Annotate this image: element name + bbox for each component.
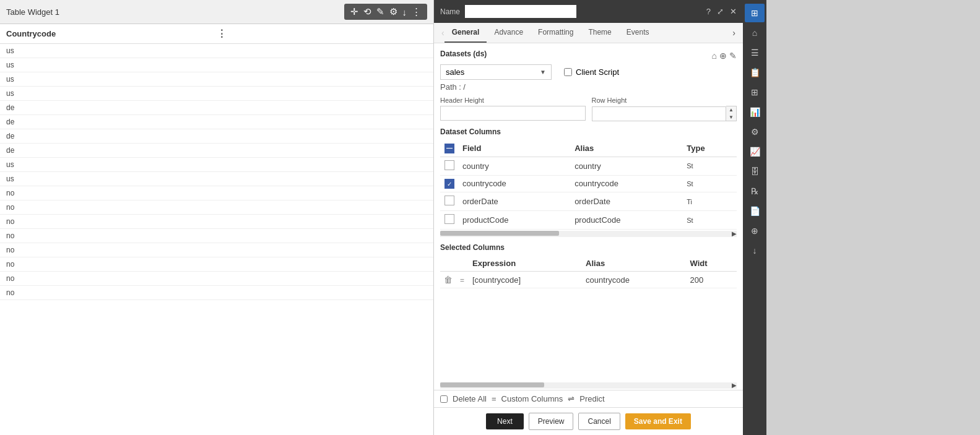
header-height-label: Header Height bbox=[440, 97, 586, 104]
dc-horizontal-scrollbar[interactable]: ▶ bbox=[440, 231, 737, 237]
column-header-label: Countrycode bbox=[6, 29, 217, 38]
predict-label: Predict bbox=[579, 394, 604, 403]
client-script-checkbox[interactable] bbox=[564, 68, 572, 76]
cancel-button[interactable]: Cancel bbox=[578, 413, 620, 430]
table-row: de bbox=[0, 115, 433, 129]
dc-row-country-checkbox[interactable] bbox=[444, 160, 454, 170]
dataset-columns-section: Dataset Columns — Field Alias Type bbox=[440, 127, 737, 237]
sidebar-icon-download[interactable]: ↓ bbox=[745, 241, 765, 260]
dc-field-productcode: productCode bbox=[459, 211, 571, 230]
toolbar-edit-icon[interactable]: ✎ bbox=[376, 6, 384, 17]
toolbar-link-icon[interactable]: ⟲ bbox=[363, 6, 371, 17]
datasets-icons: ⌂ ⊕ ✎ bbox=[712, 51, 737, 61]
row-height-down[interactable]: ▼ bbox=[726, 114, 736, 121]
save-exit-button[interactable]: Save and Exit bbox=[625, 413, 691, 429]
column-more-icon[interactable]: ⋮ bbox=[217, 28, 427, 40]
table-body: us us us us de de de de us us no no no n… bbox=[0, 44, 433, 433]
sc-alias-countrycode: countrycode bbox=[582, 272, 686, 288]
path-value: / bbox=[463, 82, 466, 92]
footer-separator-2: ⇌ bbox=[568, 394, 575, 403]
sc-header-delete bbox=[440, 256, 456, 272]
dc-row-productcode: productCode productCode St bbox=[440, 211, 737, 230]
dc-row-orderdate-checkbox[interactable] bbox=[444, 196, 454, 205]
tab-theme[interactable]: Theme bbox=[581, 23, 618, 43]
table-row: no bbox=[0, 186, 433, 200]
edit-dataset-icon[interactable]: ✎ bbox=[729, 51, 737, 61]
dc-header-check: — bbox=[440, 140, 459, 157]
sc-header-eq bbox=[456, 256, 469, 272]
sidebar-icon-settings[interactable]: ⚙ bbox=[745, 123, 765, 141]
datasets-select[interactable]: sales ▼ bbox=[440, 64, 552, 80]
add-circle-icon[interactable]: ⊕ bbox=[719, 51, 727, 61]
dc-scroll-thumb bbox=[440, 231, 559, 236]
sidebar-icon-pages[interactable]: ☰ bbox=[745, 43, 765, 62]
dc-alias-country: country bbox=[571, 157, 683, 175]
table-row: us bbox=[0, 172, 433, 186]
tab-formatting[interactable]: Formatting bbox=[531, 23, 581, 43]
table-row: no bbox=[0, 200, 433, 215]
table-row: no bbox=[0, 229, 433, 243]
datasets-label: Datasets (ds) bbox=[440, 50, 487, 58]
row-height-group: Row Height 25 ▲ ▼ bbox=[592, 97, 737, 121]
chevron-down-icon: ▼ bbox=[540, 69, 546, 75]
toolbar-download-icon[interactable]: ↓ bbox=[402, 7, 407, 17]
sidebar-icon-reports[interactable]: 📈 bbox=[745, 142, 765, 161]
dc-row-country: country country St bbox=[440, 157, 737, 175]
height-fields: Header Height 25 Row Height 25 ▲ ▼ bbox=[440, 97, 737, 121]
dc-row-productcode-checkbox[interactable] bbox=[444, 214, 454, 224]
widget-name-input[interactable]: Table Widget 1 bbox=[465, 5, 576, 18]
right-panel: Name Table Widget 1 ? ⤢ ✕ ‹ General Adva… bbox=[433, 0, 743, 435]
sc-row-countrycode: 🗑 = [countrycode] countrycode 200 bbox=[440, 272, 737, 288]
resize-icon[interactable]: ⤢ bbox=[717, 7, 724, 16]
panel-footer-options: Delete All = Custom Columns ⇌ Predict bbox=[434, 390, 743, 407]
dc-alias-orderdate: orderDate bbox=[571, 192, 683, 211]
tabs-forward-arrow[interactable]: › bbox=[730, 25, 738, 40]
sidebar-icon-data[interactable]: 📋 bbox=[745, 63, 765, 82]
tab-advance[interactable]: Advance bbox=[487, 23, 531, 43]
dc-field-orderdate: orderDate bbox=[459, 192, 571, 211]
dc-select-all-checkbox[interactable]: — bbox=[444, 144, 454, 153]
sidebar-icon-more[interactable]: ⊕ bbox=[745, 222, 765, 240]
sidebar-icon-rx[interactable]: ℞ bbox=[745, 182, 765, 200]
help-icon[interactable]: ? bbox=[706, 7, 711, 16]
dc-type-country: St bbox=[683, 157, 737, 175]
bottom-scroll-right-icon[interactable]: ▶ bbox=[732, 382, 737, 389]
bottom-scrollbar[interactable]: ▶ bbox=[440, 382, 737, 389]
table-container: Countrycode ⋮ us us us us de de de de us… bbox=[0, 24, 433, 435]
home-icon[interactable]: ⌂ bbox=[712, 51, 717, 61]
dataset-columns-label: Dataset Columns bbox=[440, 127, 737, 136]
toolbar-more-icon[interactable]: ⋮ bbox=[412, 6, 421, 17]
header-height-input[interactable]: 25 bbox=[440, 106, 586, 121]
sidebar-icon-table[interactable]: ⊞ bbox=[745, 83, 765, 101]
delete-all-checkbox[interactable] bbox=[440, 395, 448, 403]
preview-button[interactable]: Preview bbox=[529, 413, 574, 430]
row-height-input[interactable]: 25 bbox=[592, 106, 727, 121]
sidebar-icon-chart[interactable]: 📊 bbox=[745, 103, 765, 121]
tab-events[interactable]: Events bbox=[619, 23, 657, 43]
close-icon[interactable]: ✕ bbox=[730, 7, 737, 16]
sidebar-icon-home[interactable]: ⊞ bbox=[745, 4, 765, 22]
widget-title-bar: Table Widget 1 ✛ ⟲ ✎ ⚙ ↓ ⋮ bbox=[0, 0, 433, 24]
path-row: Path : / bbox=[440, 82, 737, 92]
dc-row-countrycode: ✓ countrycode countrycode St bbox=[440, 175, 737, 192]
table-row: us bbox=[0, 87, 433, 101]
dc-scroll-right-icon[interactable]: ▶ bbox=[732, 230, 737, 237]
toolbar-settings-icon[interactable]: ⚙ bbox=[389, 6, 397, 17]
dc-row-countrycode-checkbox[interactable]: ✓ bbox=[444, 179, 454, 189]
sidebar-icon-docs[interactable]: 📄 bbox=[745, 202, 765, 220]
dc-header-alias: Alias bbox=[571, 140, 683, 157]
toolbar-move-icon[interactable]: ✛ bbox=[350, 6, 358, 17]
table-row: no bbox=[0, 215, 433, 229]
table-row: de bbox=[0, 129, 433, 144]
row-height-spinners: ▲ ▼ bbox=[726, 106, 737, 121]
dc-type-orderdate: Ti bbox=[683, 192, 737, 211]
tab-general[interactable]: General bbox=[444, 23, 487, 43]
sidebar-icon-dashboard[interactable]: ⌂ bbox=[745, 24, 765, 42]
next-button[interactable]: Next bbox=[486, 413, 524, 429]
table-row: us bbox=[0, 58, 433, 72]
row-height-up[interactable]: ▲ bbox=[726, 106, 736, 114]
sc-header-width: Widt bbox=[687, 256, 737, 272]
sidebar-icon-database[interactable]: 🗄 bbox=[745, 162, 765, 181]
sc-delete-icon[interactable]: 🗑 bbox=[444, 275, 453, 285]
sc-expression-countrycode: [countrycode] bbox=[469, 272, 582, 288]
